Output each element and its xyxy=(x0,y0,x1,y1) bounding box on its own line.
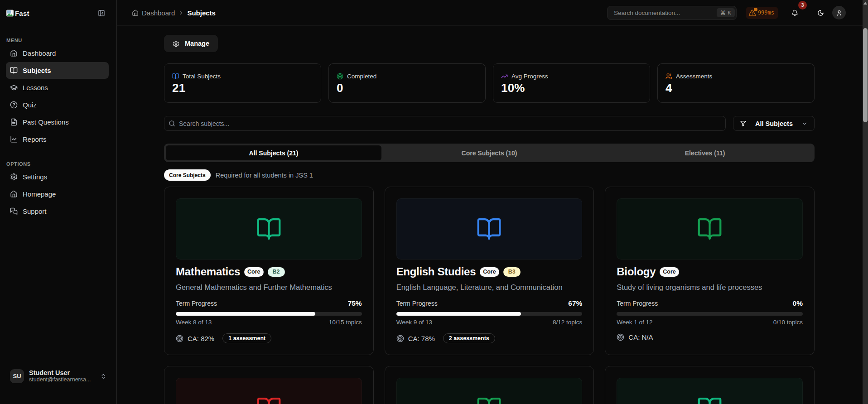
progress-percent: 67% xyxy=(568,299,582,308)
subject-filter-dropdown[interactable]: All Subjects xyxy=(733,116,815,131)
sidebar-item-subjects[interactable]: Subjects xyxy=(6,62,109,79)
sidebar-item-label: Lessons xyxy=(23,84,48,91)
topics-text: 10/15 topics xyxy=(329,319,362,326)
progress-percent: 0% xyxy=(793,299,803,308)
doc-search-input[interactable]: Search documentation... ⌘K xyxy=(607,6,737,20)
ca-score: CA: 78% xyxy=(408,335,435,342)
header: Dashboard Subjects Search documentation.… xyxy=(117,0,868,26)
scrollbar-thumb[interactable] xyxy=(863,28,868,122)
subject-description: Study of living organisms and life proce… xyxy=(617,283,803,292)
sidebar-item-label: Quiz xyxy=(23,101,37,109)
level-badge: B3 xyxy=(503,267,521,277)
target-icon xyxy=(176,335,183,342)
sidebar-item-label: Reports xyxy=(23,135,47,143)
book-open-icon xyxy=(10,67,18,74)
assessments-badge: 1 assessment xyxy=(222,333,271,343)
chart-line-icon xyxy=(10,135,18,143)
app-logo[interactable]: Fast xyxy=(6,10,29,17)
sidebar-item-label: Subjects xyxy=(23,67,51,74)
tab-electives-11-[interactable]: Electives (11) xyxy=(597,145,813,160)
level-badge: B2 xyxy=(268,267,285,277)
notifications-button[interactable]: 3 xyxy=(791,10,798,16)
book-open-icon xyxy=(256,216,282,242)
circle-help-icon xyxy=(10,101,18,109)
chevrons-up-down-icon xyxy=(100,373,106,380)
gear-icon xyxy=(173,40,179,47)
doc-search-placeholder: Search documentation... xyxy=(614,10,717,16)
latency-value: 999ms xyxy=(758,10,774,16)
subject-icon-area xyxy=(617,378,803,404)
house-icon xyxy=(10,190,18,198)
scrollbar[interactable] xyxy=(863,0,868,404)
book-open-icon xyxy=(476,395,502,404)
assessments-badge: 2 assessments xyxy=(443,333,495,343)
sidebar: Fast MENU DashboardSubjectsLessonsQuizPa… xyxy=(0,0,117,404)
sidebar-item-label: Settings xyxy=(23,173,47,181)
sidebar-item-support[interactable]: Support xyxy=(6,203,109,220)
stat-label: Assessments xyxy=(676,73,712,80)
sidebar-item-reports[interactable]: Reports xyxy=(6,131,109,148)
topics-text: 0/10 topics xyxy=(773,319,803,326)
subject-search-placeholder: Search subjects... xyxy=(179,120,229,127)
stat-value: 10% xyxy=(501,81,642,95)
subject-title: Biology xyxy=(617,265,656,278)
sidebar-item-dashboard[interactable]: Dashboard xyxy=(6,45,109,62)
sidebar-item-homepage[interactable]: Homepage xyxy=(6,186,109,202)
subject-search-input[interactable]: Search subjects... xyxy=(164,116,726,131)
subject-description: General Mathematics and Further Mathemat… xyxy=(176,283,362,292)
book-open-icon xyxy=(476,216,502,242)
sidebar-item-settings[interactable]: Settings xyxy=(6,168,109,185)
tabs: All Subjects (21)Core Subjects (10)Elect… xyxy=(164,144,815,162)
subject-card-biology[interactable]: BiologyCoreStudy of living organisms and… xyxy=(605,187,815,355)
core-badge: Core xyxy=(660,267,679,277)
latency-badge[interactable]: 999ms xyxy=(746,7,778,19)
house-icon xyxy=(10,49,18,57)
user-name: Student User xyxy=(29,369,98,376)
sidebar-item-label: Support xyxy=(23,207,47,215)
tab-all-subjects-21-[interactable]: All Subjects (21) xyxy=(166,145,381,160)
core-badge: Core xyxy=(480,267,499,277)
sidebar-item-quiz[interactable]: Quiz xyxy=(6,96,109,113)
target-icon xyxy=(617,333,624,341)
subject-card[interactable] xyxy=(164,366,374,404)
kbd-shortcut: ⌘K xyxy=(717,8,735,17)
subject-card-english-studies[interactable]: English StudiesCoreB3English Language, L… xyxy=(385,187,594,355)
sidebar-item-past-questions[interactable]: Past Questions xyxy=(6,114,109,130)
subject-card[interactable] xyxy=(605,366,815,404)
subject-icon-area xyxy=(176,198,362,260)
subject-card[interactable] xyxy=(385,366,594,404)
week-text: Week 8 of 13 xyxy=(176,319,212,326)
sidebar-collapse-icon[interactable] xyxy=(98,10,105,17)
sidebar-menu: DashboardSubjectsLessonsQuizPast Questio… xyxy=(0,45,116,148)
subjects-grid: MathematicsCoreB2General Mathematics and… xyxy=(164,187,815,404)
sidebar-item-lessons[interactable]: Lessons xyxy=(6,79,109,96)
sidebar-user[interactable]: SU Student User student@fastlearnersa... xyxy=(0,366,116,387)
subject-card-mathematics[interactable]: MathematicsCoreB2General Mathematics and… xyxy=(164,187,374,355)
progress-bar xyxy=(396,312,583,316)
main-area: Dashboard Subjects Search documentation.… xyxy=(117,0,868,404)
manage-button[interactable]: Manage xyxy=(164,35,218,52)
book-open-icon xyxy=(697,395,723,404)
progress-fill xyxy=(176,312,315,316)
book-open-icon xyxy=(172,73,179,80)
sidebar-options-label: OPTIONS xyxy=(0,161,116,167)
warning-dot xyxy=(754,8,757,11)
user-email: student@fastlearnersa... xyxy=(29,376,98,383)
notification-count-badge: 3 xyxy=(798,1,807,10)
target-icon xyxy=(337,73,343,80)
subject-icon-area xyxy=(396,378,583,404)
content: Manage Total Subjects21Completed0Avg Pro… xyxy=(117,26,868,404)
home-icon[interactable] xyxy=(132,10,139,16)
stat-label: Avg Progress xyxy=(511,73,548,80)
progress-bar xyxy=(176,312,362,316)
messages-icon xyxy=(10,207,18,215)
book-open-icon xyxy=(256,395,282,404)
section-note-text: Required for all students in JSS 1 xyxy=(216,172,313,179)
subject-icon-area xyxy=(617,198,803,260)
scrollbar-up-arrow[interactable] xyxy=(863,2,867,5)
header-avatar[interactable] xyxy=(832,6,846,19)
tab-core-subjects-10-[interactable]: Core Subjects (10) xyxy=(381,145,597,160)
breadcrumb-dashboard[interactable]: Dashboard xyxy=(142,9,175,17)
dark-mode-toggle[interactable] xyxy=(817,10,824,16)
subject-icon-area xyxy=(396,198,583,260)
